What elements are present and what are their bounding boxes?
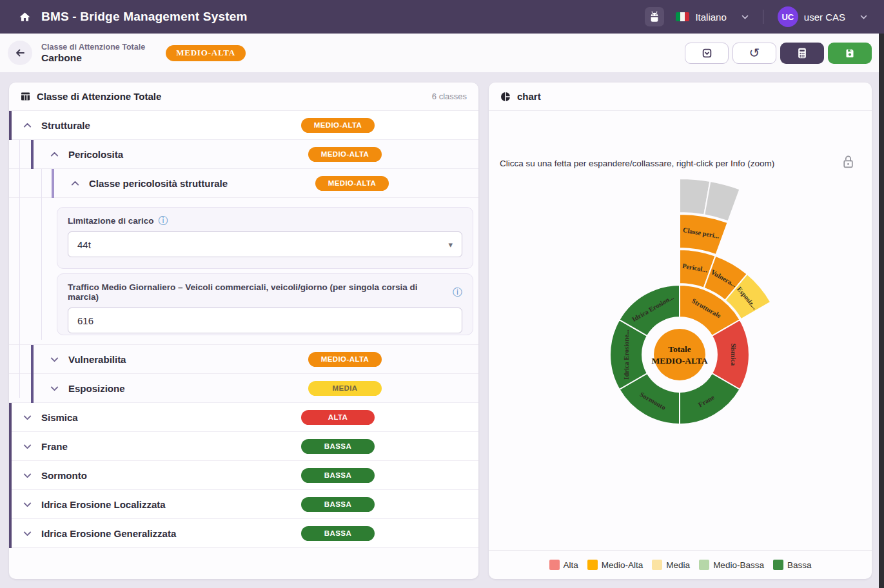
- chevron-up-icon[interactable]: [71, 181, 79, 186]
- legend-swatch: [773, 560, 783, 570]
- total-class-badge: MEDIO-ALTA: [166, 45, 246, 61]
- indent-bar: [52, 169, 54, 198]
- export-button[interactable]: [685, 43, 729, 64]
- archive-chevron-icon: [702, 48, 712, 59]
- indent-bar: [9, 519, 12, 548]
- tree-row-label: Sormonto: [41, 470, 87, 481]
- tree-row-label: Pericolosita: [68, 149, 123, 160]
- legend-item-alta: Alta: [549, 560, 578, 570]
- language-selector[interactable]: Italiano: [676, 12, 748, 23]
- info-icon[interactable]: ⓘ: [159, 216, 168, 226]
- indent-guide: [19, 140, 20, 398]
- chevron-down-icon[interactable]: [23, 415, 32, 420]
- tree-row-sismica[interactable]: SismicaALTA: [9, 403, 478, 432]
- field-input[interactable]: [77, 315, 453, 326]
- calculate-button[interactable]: [780, 43, 824, 64]
- save-button[interactable]: [828, 43, 872, 64]
- field-label-row: Limitazione di caricoⓘ: [68, 216, 462, 226]
- chevron-up-icon[interactable]: [23, 122, 32, 128]
- tree-row-label: Idrica Erosione Localizzata: [41, 499, 166, 510]
- legend-item-medio-alta: Medio-Alta: [587, 560, 643, 570]
- chevron-down-icon: [742, 15, 749, 19]
- field-label: Traffico Medio Giornaliero – Veicoli com…: [68, 282, 448, 302]
- info-icon[interactable]: ⓘ: [453, 288, 462, 297]
- page-header: Classe di Attenzione Totale Carbone MEDI…: [0, 34, 884, 72]
- page-title: Carbone: [41, 52, 145, 64]
- indent-bar: [9, 403, 12, 432]
- legend-item-media: Media: [652, 560, 690, 570]
- home-button[interactable]: [17, 9, 32, 24]
- field-label-row: Traffico Medio Giornaliero – Veicoli com…: [68, 282, 462, 302]
- chevron-down-icon[interactable]: [23, 444, 32, 449]
- tree-row-sormonto[interactable]: SormontoBASSA: [9, 461, 478, 490]
- tree-row-strutturale[interactable]: StrutturaleMEDIO-ALTA: [9, 111, 478, 140]
- tree-row-pericolosita[interactable]: PericolositaMEDIO-ALTA: [9, 140, 478, 169]
- legend-swatch: [699, 560, 709, 570]
- tree-row-idrica-erosione-generalizzata[interactable]: Idrica Erosione GeneralizzataBASSA: [9, 519, 478, 548]
- class-badge: MEDIO-ALTA: [308, 352, 382, 367]
- chevron-up-icon[interactable]: [50, 152, 59, 157]
- app-title: BMS - Bridge Management System: [41, 10, 248, 24]
- chart-legend: AltaMedio-AltaMediaMedio-BassaBassa: [489, 550, 872, 579]
- tree-row-label: Idrica Erosione Generalizzata: [41, 528, 176, 539]
- table-icon: [21, 92, 30, 101]
- class-badge: BASSA: [301, 526, 375, 541]
- lock-toggle[interactable]: [841, 155, 855, 172]
- field-label: Limitazione di carico: [68, 216, 154, 226]
- assistant-button[interactable]: [645, 7, 664, 26]
- panel-title: Classe di Attenzione Totale: [37, 91, 161, 102]
- sunburst-center[interactable]: [654, 329, 705, 380]
- tree-row-esposizione[interactable]: EsposizioneMEDIA: [9, 374, 478, 403]
- indent-guide: [41, 169, 42, 340]
- parameter-fields: Limitazione di caricoⓘ44t▾Traffico Medio…: [9, 198, 478, 345]
- chevron-down-icon[interactable]: [50, 357, 59, 362]
- traffico-medio-giornaliero-input[interactable]: [68, 308, 462, 333]
- attention-classes-panel: Classe di Attenzione Totale 6 classes St…: [9, 83, 478, 579]
- legend-label: Alta: [564, 560, 578, 570]
- class-badge: MEDIO-ALTA: [308, 147, 382, 162]
- class-badge: ALTA: [301, 410, 375, 425]
- undo-button[interactable]: ↺: [732, 43, 776, 64]
- italian-flag-icon: [676, 12, 689, 21]
- tree-row-classe-pericolosit-strutturale[interactable]: Classe pericolosità strutturaleMEDIO-ALT…: [9, 169, 478, 198]
- sunburst-segment-leaf-11[interactable]: [704, 181, 740, 221]
- legend-swatch: [652, 560, 662, 570]
- sunburst-center-label: MEDIO-ALTA: [651, 356, 707, 366]
- tree-row-label: Vulnerabilita: [68, 354, 126, 365]
- tree-row-label: Esposizione: [68, 383, 125, 394]
- user-name: user CAS: [804, 12, 845, 23]
- scrollbar[interactable]: [879, 34, 884, 588]
- class-badge: MEDIO-ALTA: [315, 176, 389, 191]
- sunburst-chart: StrutturaleSismicaFraneSormontoIdrica Er…: [489, 111, 872, 579]
- chevron-down-icon[interactable]: [23, 473, 32, 478]
- class-badge: MEDIA: [308, 381, 382, 396]
- class-badge: BASSA: [301, 468, 375, 483]
- indent-bar: [9, 432, 12, 461]
- chevron-down-icon: [860, 15, 867, 19]
- chart-panel: chart Clicca su una fetta per espandere/…: [489, 83, 872, 579]
- chevron-down-icon[interactable]: [50, 386, 59, 391]
- legend-label: Media: [666, 560, 690, 570]
- legend-swatch: [587, 560, 598, 570]
- undo-icon: ↺: [749, 46, 760, 59]
- chevron-down-icon[interactable]: [23, 531, 32, 536]
- divider: [763, 10, 763, 24]
- chevron-down-icon[interactable]: [23, 502, 32, 507]
- indent-bar: [31, 345, 34, 374]
- tree-row-frane[interactable]: FraneBASSA: [9, 432, 478, 461]
- class-badge: BASSA: [301, 439, 375, 454]
- sunburst-label: Idrica Erosione...: [623, 329, 630, 380]
- tree-row-idrica-erosione-localizzata[interactable]: Idrica Erosione LocalizzataBASSA: [9, 490, 478, 519]
- top-bar: BMS - Bridge Management System Italiano …: [0, 0, 884, 34]
- field-card-limitazione-di-carico: Limitazione di caricoⓘ44t▾: [57, 207, 473, 269]
- back-button[interactable]: [8, 41, 32, 65]
- limitazione-di-carico-select[interactable]: 44t▾: [68, 231, 462, 257]
- sunburst-label: Sismica: [730, 344, 737, 366]
- tree-row-vulnerabilita[interactable]: VulnerabilitaMEDIO-ALTA: [9, 345, 478, 374]
- legend-label: Medio-Bassa: [713, 560, 764, 570]
- user-menu[interactable]: UC user CAS: [778, 6, 867, 27]
- tree-row-label: Frane: [41, 441, 68, 452]
- attention-tree: StrutturaleMEDIO-ALTAPericolositaMEDIO-A…: [9, 111, 478, 548]
- indent-bar: [9, 461, 12, 490]
- chevron-down-icon: ▾: [448, 240, 453, 250]
